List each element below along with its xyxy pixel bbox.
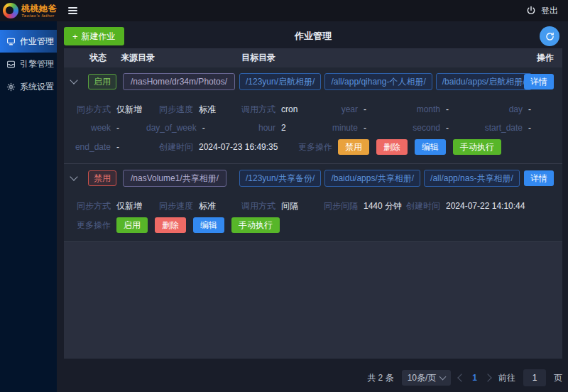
detail-value: 标准 <box>199 104 216 116</box>
target-dir-tag: /123yun/启航相册/ <box>239 73 321 90</box>
detail-label: year <box>311 104 358 114</box>
detail-label: week <box>64 123 111 133</box>
delete-button[interactable]: 删除 <box>155 217 186 233</box>
detail-label: start_date <box>476 123 523 133</box>
detail-value: - <box>446 123 449 133</box>
target-dir-tag: /baidu/apps/共享相册/ <box>324 170 420 187</box>
detail-value: - <box>528 123 531 133</box>
detail-value: 2024-07-22 14:10:44 <box>446 201 525 211</box>
page-unit-label: 页 <box>554 372 562 384</box>
header-status: 状态 <box>84 52 119 64</box>
sidebar: 作业管理 引擎管理 系统设置 <box>0 21 57 392</box>
sidebar-item-jobs[interactable]: 作业管理 <box>0 30 57 53</box>
chevron-down-icon[interactable] <box>70 76 77 84</box>
detail-value: - <box>116 142 119 152</box>
sidebar-item-label: 作业管理 <box>20 36 54 48</box>
detail-label: 同步方式 <box>64 104 111 116</box>
status-badge: 禁用 <box>88 170 116 186</box>
edit-button[interactable]: 编辑 <box>415 139 446 155</box>
target-dir-tag: /123yun/共享备份/ <box>239 170 321 187</box>
goto-label: 前往 <box>498 372 515 384</box>
detail-value: - <box>446 104 449 114</box>
source-dir-tag: /nasVolume1/共享相册/ <box>123 170 226 187</box>
sidebar-item-label: 系统设置 <box>20 81 54 93</box>
pagination-total: 共 2 条 <box>367 372 393 384</box>
goto-page-input[interactable] <box>523 369 546 386</box>
jobs-table-panel: 状态 来源目录 目标目录 操作 启用 /nasHome/dr34m/Photos… <box>64 48 562 359</box>
refresh-button[interactable] <box>540 26 559 46</box>
brand-logo: 桃桃她爸 Taotao's father <box>0 0 57 21</box>
table-row: 启用 /nasHome/dr34m/Photos/ /123yun/启航相册/ … <box>64 67 562 96</box>
page-size-value: 10条/页 <box>408 372 437 384</box>
header-target: 目标目录 <box>238 52 511 64</box>
page-size-select[interactable]: 10条/页 <box>402 370 452 386</box>
target-dir-tag: /all/app/qihang-个人相册/ <box>324 73 432 90</box>
topbar: 桃桃她爸 Taotao's father 登出 <box>0 0 568 21</box>
detail-label: 同步速度 <box>146 200 193 212</box>
sidebar-item-engines[interactable]: 引擎管理 <box>0 53 57 75</box>
new-job-label: 新建作业 <box>82 31 116 43</box>
detail-label: 创建时间 <box>393 200 440 212</box>
detail-button[interactable]: 详情 <box>524 170 554 186</box>
plus-icon: + <box>72 32 78 41</box>
delete-button[interactable]: 删除 <box>376 139 408 155</box>
detail-value: 仅新增 <box>116 200 142 212</box>
manual-run-button[interactable]: 手动执行 <box>453 139 501 155</box>
new-job-button[interactable]: + 新建作业 <box>64 27 124 45</box>
sidebar-item-label: 引擎管理 <box>20 58 54 70</box>
detail-label: 同步速度 <box>146 104 193 116</box>
edit-button[interactable]: 编辑 <box>193 217 224 233</box>
sidebar-item-settings[interactable]: 系统设置 <box>0 75 57 98</box>
detail-value: - <box>528 104 531 114</box>
header-actions: 操作 <box>511 52 562 64</box>
brand-subtitle: Taotao's father <box>21 13 57 18</box>
detail-value: 2024-07-23 16:49:35 <box>199 142 278 152</box>
chevron-down-icon <box>439 374 447 381</box>
enable-button[interactable]: 启用 <box>116 217 148 233</box>
status-badge: 启用 <box>88 74 116 89</box>
detail-label: day <box>476 104 523 114</box>
pagination: 共 2 条 10条/页 1 前往 页 <box>367 369 562 386</box>
detail-button[interactable]: 详情 <box>524 74 554 89</box>
row-details: 同步方式仅新增 同步速度标准 调用方式间隔 同步间隔1440 分钟 创建时间20… <box>64 192 562 242</box>
chevron-down-icon[interactable] <box>70 173 77 180</box>
detail-value: 2 <box>281 123 286 133</box>
detail-value: - <box>364 123 366 133</box>
target-dir-tag: /all/app/nas-共享相册/ <box>424 170 520 187</box>
detail-label: hour <box>229 123 275 133</box>
detail-value: cron <box>281 104 297 114</box>
table-body: 启用 /nasHome/dr34m/Photos/ /123yun/启航相册/ … <box>64 67 562 242</box>
power-icon[interactable] <box>526 6 536 16</box>
detail-label: 同步方式 <box>64 200 111 212</box>
hamburger-menu-icon[interactable] <box>65 4 80 17</box>
brand-name: 桃桃她爸 <box>21 4 57 13</box>
source-dir-tag: /nasHome/dr34m/Photos/ <box>123 73 235 90</box>
table-header-row: 状态 来源目录 目标目录 操作 <box>64 48 562 67</box>
detail-label: 更多操作 <box>64 219 111 232</box>
detail-label: month <box>393 104 440 114</box>
row-details: 同步方式仅新增 同步速度标准 调用方式cron year- month- day… <box>64 96 562 164</box>
disable-button[interactable]: 禁用 <box>338 139 369 155</box>
engine-icon <box>6 60 16 69</box>
monitor-icon <box>6 37 16 46</box>
table-row: 禁用 /nasVolume1/共享相册/ /123yun/共享备份/ /baid… <box>64 164 562 192</box>
detail-value: 标准 <box>199 200 216 212</box>
refresh-icon <box>545 32 555 41</box>
manual-run-button[interactable]: 手动执行 <box>231 217 280 233</box>
toolbar: + 新建作业 作业管理 <box>64 26 562 47</box>
detail-label: day_of_week <box>146 123 197 133</box>
gear-icon <box>6 82 16 92</box>
next-page-button[interactable] <box>484 374 491 381</box>
detail-label: end_date <box>64 142 111 152</box>
detail-value: - <box>364 104 366 114</box>
detail-value: 间隔 <box>281 200 298 212</box>
logout-button[interactable]: 登出 <box>541 5 558 17</box>
page-number[interactable]: 1 <box>472 373 477 383</box>
header-source: 来源目录 <box>119 52 238 64</box>
brand-logo-icon <box>3 3 18 18</box>
page-title: 作业管理 <box>64 30 562 43</box>
main-content: + 新建作业 作业管理 状态 来源目录 目标目录 操作 启用 /nasHome/… <box>57 21 568 392</box>
prev-page-button[interactable] <box>458 374 466 381</box>
detail-value: - <box>202 123 205 133</box>
detail-value: - <box>116 123 119 133</box>
